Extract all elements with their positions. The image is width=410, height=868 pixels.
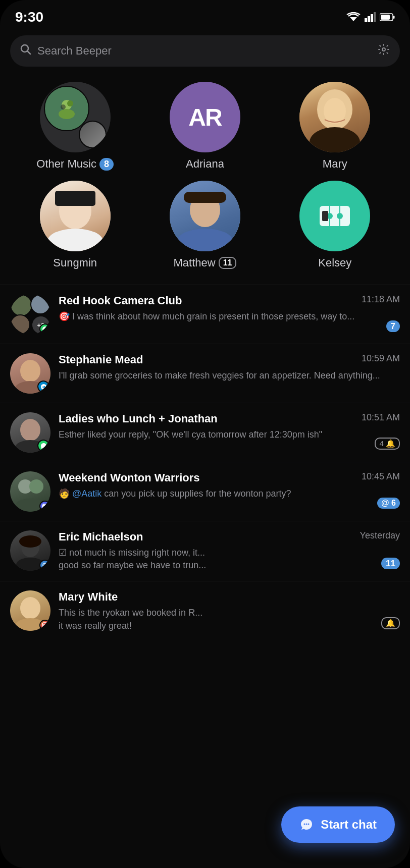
matthew-label: Matthew 11 <box>174 256 237 269</box>
wonton-info: Weekend Wonton Warriors 10:45 AM 🧑 @Aati… <box>59 471 400 500</box>
svg-rect-22 <box>184 192 226 203</box>
stephanie-preview: I'll grab some groceries to make fresh v… <box>59 369 400 382</box>
ladies-header: Ladies who Lunch + Jonathan 10:51 AM <box>59 412 400 425</box>
svg-point-26 <box>337 213 343 219</box>
other-music-badge: 8 <box>99 158 114 171</box>
svg-rect-4 <box>374 12 376 22</box>
eric-time: Yesterday <box>360 530 400 541</box>
chat-item-ladies[interactable]: Ladies who Lunch + Jonathan 10:51 AM Est… <box>0 403 410 462</box>
ladies-badge: 4 🔔 <box>375 438 400 450</box>
svg-point-14 <box>67 100 73 106</box>
wonton-badge: @ 6 <box>377 498 400 509</box>
mary-avatar <box>299 82 370 152</box>
svg-point-45 <box>304 824 305 825</box>
ladies-time: 10:51 AM <box>362 412 400 423</box>
svg-point-13 <box>61 104 66 110</box>
svg-line-9 <box>27 51 30 54</box>
whatsapp-badge <box>39 323 50 335</box>
search-bar[interactable]: Search Beeper <box>10 35 400 67</box>
chat-item-eric[interactable]: Eric Michaelson Yesterday ☑ not much is … <box>0 521 410 581</box>
adriana-label: Adriana <box>186 157 224 171</box>
eric-name: Eric Michaelson <box>59 530 143 544</box>
eric-preview: ☑ not much is missing right now, it...go… <box>59 547 400 572</box>
chat-list: +8 Red Hook Camera Club 11:18 AM 🎯 I was… <box>0 285 410 641</box>
svg-point-23 <box>177 229 233 251</box>
svg-rect-3 <box>371 14 373 22</box>
phone-frame: 9:30 <box>0 0 410 868</box>
svg-point-43 <box>44 624 46 627</box>
telegram-badge <box>37 381 49 393</box>
eric-info: Eric Michaelson Yesterday ☑ not much is … <box>59 530 400 572</box>
svg-point-20 <box>47 229 103 251</box>
featured-item-sungmin[interactable]: Sungmin <box>35 181 116 269</box>
eric-header: Eric Michaelson Yesterday <box>59 530 400 544</box>
eric-badge: 11 <box>381 559 400 569</box>
featured-row-2: Sungmin Matthew 11 <box>0 181 410 280</box>
mary-white-preview: This is the ryokan we booked in R...it w… <box>59 607 400 632</box>
svg-rect-6 <box>393 16 395 19</box>
start-chat-label: Start chat <box>321 818 377 832</box>
status-time: 9:30 <box>15 9 43 25</box>
red-hook-name: Red Hook Camera Club <box>59 294 182 307</box>
kelsey-label: Kelsey <box>318 256 351 269</box>
svg-point-28 <box>20 360 40 382</box>
red-hook-header: Red Hook Camera Club 11:18 AM <box>59 294 400 307</box>
other-music-avatar <box>40 82 111 152</box>
wonton-header: Weekend Wonton Warriors 10:45 AM <box>59 471 400 484</box>
mary-white-avatar <box>10 590 50 631</box>
start-chat-button[interactable]: Start chat <box>281 806 395 843</box>
sungmin-avatar <box>40 181 111 251</box>
ladies-whatsapp-badge <box>37 440 49 452</box>
featured-item-matthew[interactable]: Matthew 11 <box>165 181 245 269</box>
mary-label: Mary <box>323 157 347 171</box>
ladies-info: Ladies who Lunch + Jonathan 10:51 AM Est… <box>59 412 400 441</box>
svg-point-37 <box>19 535 41 548</box>
eric-avatar <box>10 530 50 571</box>
matthew-badge: 11 <box>219 257 237 269</box>
settings-icon[interactable] <box>378 43 390 59</box>
wifi-icon <box>346 12 361 22</box>
mary-white-info: Mary White This is the ryokan we booked … <box>59 590 400 632</box>
chat-item-mary-white[interactable]: Mary White This is the ryokan we booked … <box>0 581 410 641</box>
kelsey-avatar <box>299 181 370 251</box>
red-hook-time: 11:18 AM <box>362 294 400 305</box>
other-music-sub-avatar <box>79 121 107 148</box>
matthew-avatar <box>170 181 240 251</box>
signal-icon <box>365 12 376 22</box>
svg-point-16 <box>310 127 360 152</box>
featured-item-other-music[interactable]: Other Music 8 <box>35 82 116 171</box>
featured-item-adriana[interactable]: AR Adriana <box>165 82 245 171</box>
featured-item-mary[interactable]: Mary <box>294 82 375 171</box>
stephanie-time: 10:59 AM <box>362 353 400 364</box>
stephanie-header: Stephanie Mead 10:59 AM <box>59 353 400 366</box>
svg-point-40 <box>20 597 40 619</box>
wonton-name: Weekend Wonton Warriors <box>59 471 200 484</box>
other-music-label: Other Music 8 <box>36 157 114 171</box>
chat-item-red-hook[interactable]: +8 Red Hook Camera Club 11:18 AM 🎯 I was… <box>0 285 410 344</box>
chat-bubble-icon <box>299 818 314 832</box>
red-hook-info: Red Hook Camera Club 11:18 AM 🎯 I was th… <box>59 294 400 323</box>
svg-point-39 <box>44 565 46 566</box>
red-hook-preview: 🎯 I was think about how much grain is pr… <box>59 310 400 323</box>
mary-white-badge: 🔔 <box>381 617 400 629</box>
ladies-avatar <box>10 412 50 453</box>
signal-platform-badge <box>39 560 50 571</box>
search-placeholder: Search Beeper <box>37 44 372 58</box>
featured-item-kelsey[interactable]: Kelsey <box>294 181 375 269</box>
svg-point-44 <box>46 624 47 625</box>
red-hook-avatar: +8 <box>10 294 50 335</box>
adriana-avatar: AR <box>170 82 240 152</box>
stephanie-avatar <box>10 353 50 394</box>
chat-item-wonton[interactable]: Weekend Wonton Warriors 10:45 AM 🧑 @Aati… <box>0 462 410 521</box>
svg-marker-0 <box>350 17 357 21</box>
red-hook-badge: 7 <box>386 321 400 332</box>
search-icon <box>20 44 31 58</box>
svg-point-30 <box>20 419 40 441</box>
sungmin-label: Sungmin <box>53 256 97 269</box>
featured-row-1: Other Music 8 AR Adriana <box>0 77 410 181</box>
svg-rect-19 <box>55 191 95 206</box>
discord-badge <box>39 501 50 512</box>
chat-item-stephanie[interactable]: Stephanie Mead 10:59 AM I'll grab some g… <box>0 344 410 403</box>
svg-point-46 <box>306 824 308 825</box>
ladies-preview: Esther liked your reply, "OK we'll cya t… <box>59 428 400 441</box>
